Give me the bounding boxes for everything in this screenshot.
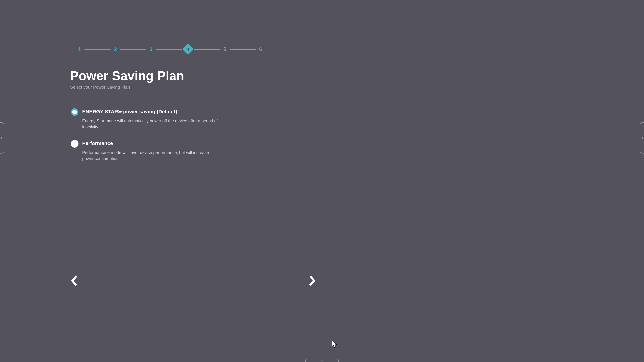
radio-energy-star[interactable]: [71, 108, 78, 116]
radio-performance[interactable]: [71, 140, 78, 148]
option-label: ENERGY STAR® power saving (Default): [82, 108, 218, 115]
page-title: Power Saving Plan: [70, 68, 318, 83]
step-line: [84, 49, 110, 50]
triangle-left-icon: [641, 136, 643, 139]
previous-button[interactable]: [69, 275, 79, 287]
wizard-stepper: 1 2 3 4 5 6: [77, 45, 318, 53]
bottom-panel-handle[interactable]: [305, 359, 339, 362]
step-line: [194, 49, 220, 50]
option-label: Performance: [82, 140, 218, 147]
option-description: Performance e mode will favor device per…: [82, 149, 218, 162]
step-3[interactable]: 3: [148, 46, 154, 52]
next-button[interactable]: [307, 275, 317, 287]
step-line: [156, 49, 182, 50]
triangle-right-icon: [1, 136, 3, 139]
cursor-icon: [332, 340, 338, 348]
option-description: Energy Star mode will automatically powe…: [82, 118, 218, 130]
option-energy-star[interactable]: ENERGY STAR® power saving (Default) Ener…: [71, 108, 318, 130]
step-line: [230, 49, 256, 50]
step-4-current: 4: [184, 45, 192, 53]
option-performance[interactable]: Performance Performance e mode will favo…: [71, 140, 318, 162]
left-panel-handle[interactable]: [0, 122, 4, 153]
triangle-up-icon: [320, 360, 324, 362]
step-5: 5: [222, 46, 228, 52]
step-line: [120, 49, 146, 50]
right-panel-handle[interactable]: [640, 122, 644, 153]
step-6: 6: [258, 46, 264, 52]
chevron-left-icon: [70, 275, 78, 287]
chevron-right-icon: [308, 275, 316, 287]
step-1[interactable]: 1: [77, 46, 82, 52]
step-2[interactable]: 2: [112, 46, 118, 52]
page-subtitle: Select your Power Saving Plan: [70, 85, 318, 90]
